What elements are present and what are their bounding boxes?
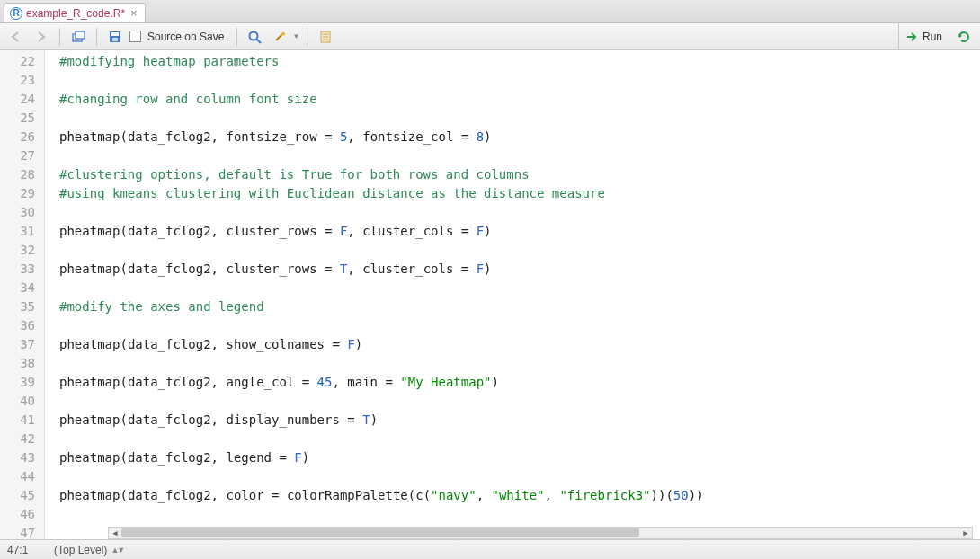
code-line[interactable]: pheatmap(data_fclog2, show_colnames = F) bbox=[59, 335, 980, 354]
find-button[interactable] bbox=[245, 27, 266, 47]
code-line[interactable]: pheatmap(data_fclog2, fontsize_row = 5, … bbox=[59, 128, 980, 146]
save-button[interactable] bbox=[104, 27, 126, 47]
arrow-left-icon bbox=[9, 31, 23, 43]
editor-toolbar: Source on Save ▼ Run bbox=[0, 23, 980, 50]
code-line[interactable]: #modifying heatmap parameters bbox=[59, 52, 980, 71]
line-number: 24 bbox=[0, 90, 44, 109]
notebook-icon bbox=[318, 30, 333, 44]
line-number: 33 bbox=[0, 260, 44, 279]
magnifier-icon bbox=[247, 30, 263, 44]
code-line[interactable] bbox=[59, 71, 980, 90]
line-number: 47 bbox=[0, 524, 44, 539]
code-editor[interactable]: 2223242526272829303132333435363738394041… bbox=[0, 50, 980, 539]
code-line[interactable]: #modify the axes and legend bbox=[59, 297, 980, 316]
code-tools-button[interactable] bbox=[270, 27, 291, 47]
separator bbox=[236, 28, 237, 46]
svg-rect-1 bbox=[76, 31, 85, 39]
line-number: 28 bbox=[0, 165, 44, 184]
nav-forward-button[interactable] bbox=[31, 27, 52, 47]
code-line[interactable] bbox=[59, 241, 980, 260]
line-number: 41 bbox=[0, 411, 44, 430]
line-number: 30 bbox=[0, 203, 44, 222]
r-file-icon: R bbox=[10, 7, 22, 20]
arrow-right-icon bbox=[34, 31, 49, 43]
code-area[interactable]: #modifying heatmap parameters#changing r… bbox=[45, 50, 980, 539]
code-line[interactable]: pheatmap(data_fclog2, cluster_rows = F, … bbox=[59, 222, 980, 241]
run-label: Run bbox=[922, 31, 942, 43]
scrollbar-thumb[interactable] bbox=[121, 528, 639, 537]
line-number: 38 bbox=[0, 354, 44, 373]
code-line[interactable] bbox=[59, 505, 980, 524]
code-line[interactable] bbox=[59, 430, 980, 448]
line-number: 25 bbox=[0, 109, 44, 128]
line-number: 31 bbox=[0, 222, 44, 241]
rerun-button[interactable] bbox=[953, 27, 975, 47]
code-line[interactable] bbox=[59, 109, 980, 128]
compile-report-button[interactable] bbox=[315, 27, 336, 47]
code-line[interactable]: pheatmap(data_fclog2, cluster_rows = T, … bbox=[59, 260, 980, 279]
code-line[interactable]: #changing row and column font size bbox=[59, 90, 980, 109]
code-line[interactable]: #using kmeans clustering with Euclidean … bbox=[59, 184, 980, 203]
run-button[interactable]: Run bbox=[898, 23, 949, 49]
svg-line-6 bbox=[257, 39, 262, 43]
popout-button[interactable] bbox=[67, 27, 89, 47]
cursor-position: 47:1 bbox=[7, 544, 43, 556]
file-tab[interactable]: R example_R_code.R* × bbox=[4, 3, 146, 22]
status-bar: 47:1 (Top Level) ▲▼ bbox=[0, 539, 980, 559]
code-line[interactable] bbox=[59, 392, 980, 411]
svg-rect-4 bbox=[112, 38, 118, 41]
code-line[interactable]: pheatmap(data_fclog2, legend = F) bbox=[59, 448, 980, 467]
line-number: 45 bbox=[0, 486, 44, 505]
code-line[interactable]: #clustering options, default is True for… bbox=[59, 165, 980, 184]
dropdown-caret-icon[interactable]: ▼ bbox=[292, 32, 299, 40]
line-number: 46 bbox=[0, 505, 44, 524]
popout-icon bbox=[71, 31, 85, 43]
scroll-right-arrow-icon[interactable]: ▶ bbox=[959, 528, 972, 538]
tab-bar: R example_R_code.R* × bbox=[0, 0, 980, 23]
line-number: 42 bbox=[0, 430, 44, 448]
scope-label: (Top Level) bbox=[54, 544, 107, 556]
line-number: 35 bbox=[0, 297, 44, 316]
code-line[interactable]: pheatmap(data_fclog2, angle_col = 45, ma… bbox=[59, 373, 980, 392]
line-number: 37 bbox=[0, 335, 44, 354]
line-number: 23 bbox=[0, 71, 44, 90]
rerun-icon bbox=[957, 31, 971, 43]
line-number: 32 bbox=[0, 241, 44, 260]
separator bbox=[59, 28, 60, 46]
line-number: 29 bbox=[0, 184, 44, 203]
code-line[interactable] bbox=[59, 354, 980, 373]
floppy-icon bbox=[108, 30, 122, 44]
svg-rect-3 bbox=[111, 32, 119, 36]
code-line[interactable] bbox=[59, 467, 980, 486]
run-arrow-icon bbox=[906, 31, 919, 42]
close-icon[interactable]: × bbox=[130, 6, 138, 20]
code-line[interactable] bbox=[59, 316, 980, 335]
nav-back-button[interactable] bbox=[5, 27, 27, 47]
line-number: 40 bbox=[0, 392, 44, 411]
code-line[interactable] bbox=[59, 203, 980, 222]
line-number-gutter: 2223242526272829303132333435363738394041… bbox=[0, 50, 45, 539]
code-line[interactable]: pheatmap(data_fclog2, display_numbers = … bbox=[59, 411, 980, 430]
line-number: 44 bbox=[0, 467, 44, 486]
line-number: 39 bbox=[0, 373, 44, 392]
separator bbox=[307, 28, 307, 46]
separator bbox=[96, 28, 97, 46]
line-number: 22 bbox=[0, 52, 44, 71]
code-line[interactable]: pheatmap(data_fclog2, color = colorRampP… bbox=[59, 486, 980, 505]
scroll-left-arrow-icon[interactable]: ◀ bbox=[109, 528, 121, 538]
line-number: 26 bbox=[0, 128, 44, 146]
updown-icon: ▲▼ bbox=[111, 546, 123, 555]
svg-point-5 bbox=[250, 31, 258, 40]
line-number: 27 bbox=[0, 146, 44, 165]
line-number: 36 bbox=[0, 316, 44, 335]
source-on-save-label: Source on Save bbox=[147, 31, 224, 43]
wand-icon bbox=[272, 30, 289, 44]
source-on-save-checkbox[interactable] bbox=[129, 31, 141, 42]
line-number: 34 bbox=[0, 279, 44, 297]
code-line[interactable] bbox=[59, 279, 980, 297]
horizontal-scrollbar[interactable]: ◀ ▶ bbox=[108, 527, 973, 539]
line-number: 43 bbox=[0, 448, 44, 467]
tab-filename: example_R_code.R* bbox=[26, 7, 125, 20]
scope-selector[interactable]: (Top Level) ▲▼ bbox=[54, 544, 123, 556]
code-line[interactable] bbox=[59, 146, 980, 165]
